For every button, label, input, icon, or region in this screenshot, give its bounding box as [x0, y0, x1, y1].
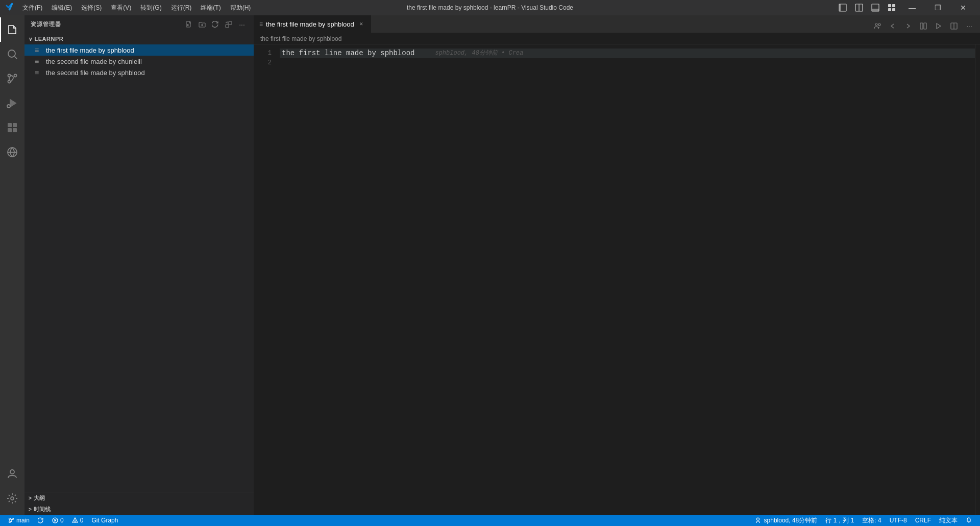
- menu-item-3[interactable]: 查看(V): [107, 3, 135, 13]
- go-forward-button[interactable]: [901, 19, 915, 33]
- svg-point-40: [9, 521, 11, 523]
- bell-icon: [966, 517, 972, 523]
- explorer-activity-icon[interactable]: [0, 17, 24, 42]
- run-activity-icon[interactable]: [0, 91, 24, 115]
- folder-name: LEARNPR: [35, 36, 64, 42]
- toggle-blame-button[interactable]: [871, 19, 884, 33]
- editor-content[interactable]: 1 2 the first line made by sphblood sphb…: [254, 44, 980, 515]
- language-status-item[interactable]: 纯文本: [935, 515, 962, 526]
- minimize-button[interactable]: —: [900, 0, 924, 15]
- file-item-2[interactable]: ≡ the second file made by sphblood: [24, 67, 254, 78]
- blame-status-display[interactable]: sphblood, 48分钟前: [752, 515, 822, 526]
- errors-status-item[interactable]: 0: [48, 515, 68, 526]
- toggle-sidebar-icon[interactable]: [836, 1, 849, 14]
- svg-point-46: [75, 521, 75, 522]
- remote-activity-icon[interactable]: [0, 140, 24, 164]
- new-file-button[interactable]: [183, 19, 194, 30]
- svg-point-41: [12, 518, 14, 520]
- file-label-1: the second file made by chunleili: [46, 58, 142, 65]
- activity-bottom: [0, 462, 24, 515]
- svg-point-34: [878, 23, 880, 26]
- tab-icon-0: ≡: [259, 20, 263, 28]
- refresh-button[interactable]: [210, 19, 221, 30]
- blame-status-label: sphblood, 48分钟前: [764, 516, 818, 525]
- more-editor-actions-button[interactable]: ···: [963, 19, 976, 33]
- open-changes-button[interactable]: [917, 19, 930, 33]
- menu-item-5[interactable]: 运行(R): [167, 3, 196, 13]
- split-editor-button[interactable]: [947, 19, 961, 33]
- menu-item-2[interactable]: 选择(S): [77, 3, 106, 13]
- account-activity-icon[interactable]: [0, 462, 24, 486]
- line-col-status-item[interactable]: 行 1，列 1: [821, 515, 858, 526]
- tab-0[interactable]: ≡ the first file made by sphblood ×: [254, 15, 371, 33]
- title-icons: [836, 1, 898, 14]
- menu-item-1[interactable]: 编辑(E): [47, 3, 76, 13]
- breadcrumb: the first file made by sphblood: [254, 33, 980, 44]
- editor-top-actions: ···: [867, 19, 980, 33]
- settings-activity-icon[interactable]: [0, 486, 24, 511]
- code-area[interactable]: the first line made by sphblood sphblood…: [280, 44, 975, 515]
- sidebar-header: 资源管理器: [24, 15, 254, 33]
- errors-label: 0: [60, 517, 64, 524]
- title-bar: 文件(F)编辑(E)选择(S)查看(V)转到(G)运行(R)终端(T)帮助(H)…: [0, 0, 980, 15]
- go-to-source-button[interactable]: [932, 19, 945, 33]
- menu-item-7[interactable]: 帮助(H): [226, 3, 255, 13]
- close-button[interactable]: ✕: [951, 0, 975, 15]
- customize-layout-icon[interactable]: [885, 1, 898, 14]
- toggle-editor-icon[interactable]: [852, 1, 866, 14]
- more-actions-button[interactable]: ···: [236, 19, 248, 30]
- file-item-0[interactable]: ≡ the first file made by sphblood: [24, 44, 254, 56]
- toggle-panel-icon[interactable]: [869, 1, 882, 14]
- tab-label-0: the first file made by sphblood: [266, 20, 354, 28]
- svg-rect-29: [226, 25, 229, 28]
- title-bar-left: 文件(F)编辑(E)选择(S)查看(V)转到(G)运行(R)终端(T)帮助(H): [5, 2, 255, 13]
- svg-rect-35: [920, 23, 923, 29]
- file-label-2: the second file made by sphblood: [46, 69, 145, 77]
- svg-rect-24: [186, 21, 190, 27]
- svg-rect-1: [839, 4, 841, 11]
- source-control-activity-icon[interactable]: [0, 66, 24, 91]
- sidebar-actions: ···: [183, 19, 248, 30]
- menu-item-4[interactable]: 转到(G): [136, 3, 165, 13]
- notification-bell-item[interactable]: [962, 515, 976, 526]
- timeline-header[interactable]: > 时间线: [24, 504, 254, 515]
- sync-status-item[interactable]: [34, 515, 48, 526]
- minimap: [975, 44, 980, 515]
- menu-item-6[interactable]: 终端(T): [197, 3, 225, 13]
- line-num-1: 1: [254, 49, 276, 58]
- line-num-2: 2: [254, 58, 276, 68]
- maximize-button[interactable]: ❐: [926, 0, 949, 15]
- code-line-0: the first line made by sphblood sphblood…: [280, 49, 975, 58]
- tab-close-0[interactable]: ×: [357, 20, 365, 28]
- encoding-status-item[interactable]: UTF-8: [886, 515, 911, 526]
- svg-point-16: [7, 105, 10, 108]
- git-graph-status-item[interactable]: Git Graph: [87, 515, 122, 526]
- outline-header[interactable]: > 大纲: [24, 492, 254, 504]
- new-folder-button[interactable]: [197, 19, 208, 30]
- folder-header[interactable]: ∨ LEARNPR: [24, 33, 254, 44]
- status-bar: main 0 0 Git Graph sphblood, 48分钟前 行 1，列…: [0, 515, 980, 526]
- svg-rect-30: [229, 21, 232, 25]
- editor-area: ≡ the first file made by sphblood ×: [254, 15, 980, 515]
- svg-point-10: [8, 50, 15, 57]
- go-back-button[interactable]: [886, 19, 899, 33]
- file-icon-1: ≡: [35, 57, 43, 65]
- timeline-chevron: >: [29, 507, 32, 512]
- search-activity-icon[interactable]: [0, 42, 24, 66]
- warnings-label: 0: [80, 517, 84, 524]
- collapse-button[interactable]: [223, 19, 234, 30]
- eol-status-item[interactable]: CRLF: [911, 515, 935, 526]
- tabs-bar: ≡ the first file made by sphblood ×: [254, 15, 980, 33]
- menu-item-0[interactable]: 文件(F): [18, 3, 46, 13]
- file-item-1[interactable]: ≡ the second file made by chunleili: [24, 56, 254, 67]
- branch-status-item[interactable]: main: [4, 515, 34, 526]
- outline-chevron: >: [29, 495, 32, 501]
- warning-icon: [72, 517, 78, 523]
- code-text-0: the first line made by sphblood: [282, 49, 414, 58]
- git-graph-label: Git Graph: [91, 517, 118, 524]
- spaces-status-item[interactable]: 空格: 4: [858, 515, 885, 526]
- warnings-status-item[interactable]: 0: [68, 515, 88, 526]
- breadcrumb-part-0[interactable]: the first file made by sphblood: [260, 35, 341, 42]
- extensions-activity-icon[interactable]: [0, 115, 24, 140]
- title-text: the first file made by sphblood - learnP…: [407, 4, 573, 11]
